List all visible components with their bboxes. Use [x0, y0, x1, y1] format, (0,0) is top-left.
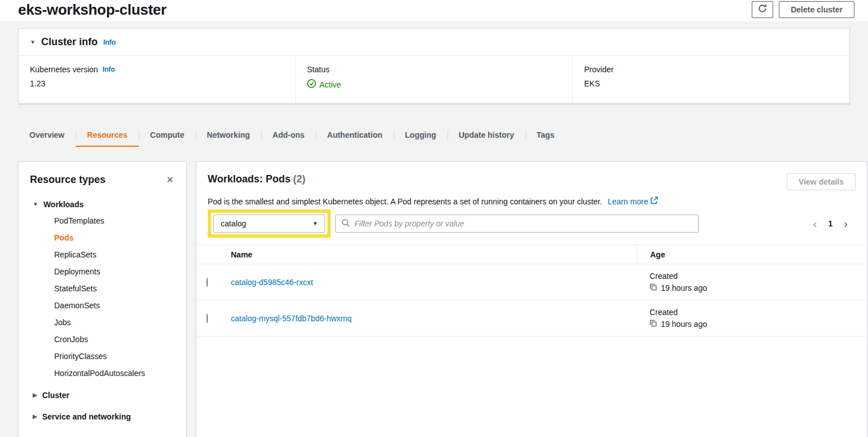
tree-item-jobs[interactable]: Jobs: [54, 314, 176, 331]
pagination: ‹ 1 ›: [813, 218, 856, 229]
copy-icon[interactable]: [650, 283, 657, 292]
cluster-info-info-link[interactable]: Info: [103, 38, 116, 46]
dropdown-caret-icon: ▼: [313, 221, 318, 226]
kubernetes-version-value: 1.23: [30, 79, 284, 88]
pods-panel-title: Workloads: Pods: [208, 173, 291, 185]
cluster-info-body: Kubernetes version Info 1.23 Status Acti…: [19, 56, 849, 103]
page-title: eks-workshop-cluster: [18, 1, 166, 19]
resource-types-panel: Resource types ✕ ▼ Workloads PodTemplate…: [18, 161, 187, 437]
current-page[interactable]: 1: [828, 219, 833, 228]
tree-item-deployments[interactable]: Deployments: [54, 263, 176, 280]
caret-right-icon: ▶: [33, 414, 37, 419]
column-header-name: Name: [231, 250, 637, 259]
pods-panel: Workloads: Pods (2) View details Pod is …: [196, 161, 867, 437]
search-icon: [341, 218, 350, 229]
cluster-info-title: Cluster info: [41, 36, 98, 48]
pods-description: Pod is the smallest and simplest Kuberne…: [208, 196, 602, 207]
pod-age: 19 hours ago: [661, 283, 707, 292]
tab-resources[interactable]: Resources: [76, 123, 139, 147]
tree-group-workloads[interactable]: ▼ Workloads: [30, 196, 176, 212]
tree-item-daemonsets[interactable]: DaemonSets: [54, 297, 176, 314]
tree-item-horizontalpodautoscalers[interactable]: HorizontalPodAutoscalers: [54, 365, 176, 382]
namespace-filter-dropdown[interactable]: catalog ▼: [213, 215, 325, 233]
caret-right-icon: ▶: [33, 392, 37, 398]
provider-value: EKS: [584, 79, 838, 88]
header-actions: Delete cluster: [752, 1, 854, 18]
row-radio[interactable]: [207, 313, 208, 324]
tree-group-service-networking[interactable]: ▶ Service and networking: [30, 409, 176, 425]
table-row: catalog-d5985c46-rxcxt Created 19 hours …: [196, 264, 867, 300]
collapse-caret-icon[interactable]: ▼: [30, 40, 36, 45]
refresh-button[interactable]: [752, 1, 773, 18]
external-link-icon: [650, 196, 658, 207]
pod-name-link[interactable]: catalog-d5985c46-rxcxt: [231, 278, 637, 287]
tab-compute[interactable]: Compute: [139, 123, 196, 147]
status-value: Active: [307, 79, 561, 90]
tab-authentication[interactable]: Authentication: [316, 123, 394, 147]
next-page-icon[interactable]: ›: [844, 218, 848, 229]
tree-item-cronjobs[interactable]: CronJobs: [54, 331, 176, 348]
tab-networking[interactable]: Networking: [196, 123, 261, 147]
tutorial-highlight-box: catalog ▼: [208, 209, 331, 238]
provider-field: Provider EKS: [572, 56, 849, 103]
tab-tags[interactable]: Tags: [525, 123, 566, 147]
tab-overview[interactable]: Overview: [18, 123, 76, 147]
delete-cluster-button[interactable]: Delete cluster: [779, 1, 854, 18]
copy-icon[interactable]: [650, 320, 657, 329]
pod-name-link[interactable]: catalog-mysql-557fdb7bd6-hwxmq: [231, 314, 637, 323]
content-row: Resource types ✕ ▼ Workloads PodTemplate…: [18, 161, 867, 437]
cluster-info-header[interactable]: ▼ Cluster info Info: [19, 29, 849, 56]
tree-item-priorityclasses[interactable]: PriorityClasses: [54, 348, 176, 365]
provider-label: Provider: [584, 65, 838, 74]
table-row: catalog-mysql-557fdb7bd6-hwxmq Created 1…: [196, 300, 867, 337]
tree-group-cluster[interactable]: ▶ Cluster: [30, 387, 176, 403]
previous-page-icon[interactable]: ‹: [813, 218, 817, 229]
view-details-button[interactable]: View details: [787, 173, 856, 190]
page-header: eks-workshop-cluster Delete cluster: [0, 0, 868, 21]
pods-table: Name Age catalog-d5985c46-rxcxt Created: [196, 244, 867, 337]
namespace-filter-value: catalog: [221, 219, 246, 228]
tree-item-replicasets[interactable]: ReplicaSets: [54, 246, 176, 263]
created-label: Created: [650, 272, 867, 281]
tree-item-pods[interactable]: Pods: [54, 229, 176, 246]
kubernetes-version-field: Kubernetes version Info 1.23: [19, 56, 295, 103]
cluster-info-card: ▼ Cluster info Info Kubernetes version I…: [18, 28, 850, 104]
tab-add-ons[interactable]: Add-ons: [261, 123, 316, 147]
row-radio[interactable]: [207, 277, 208, 287]
pods-filter-input[interactable]: [354, 219, 692, 228]
caret-down-icon: ▼: [33, 202, 38, 207]
status-field: Status Active: [295, 56, 572, 103]
column-header-age: Age: [637, 245, 867, 264]
kubernetes-version-info-link[interactable]: Info: [103, 65, 115, 73]
pods-search-box: [335, 215, 699, 233]
pods-count: (2): [293, 173, 305, 185]
resource-tree: ▼ Workloads PodTemplates Pods ReplicaSet…: [30, 196, 176, 425]
status-check-icon: [307, 79, 316, 90]
refresh-icon: [758, 4, 767, 15]
learn-more-link[interactable]: Learn more: [608, 196, 659, 207]
tree-item-podtemplates[interactable]: PodTemplates: [54, 212, 176, 229]
status-text: Active: [319, 80, 341, 89]
resource-types-title: Resource types: [30, 174, 106, 186]
status-label: Status: [307, 65, 561, 74]
tab-logging[interactable]: Logging: [394, 123, 448, 147]
close-icon[interactable]: ✕: [164, 173, 176, 186]
pod-age: 19 hours ago: [661, 320, 707, 329]
tab-update-history[interactable]: Update history: [448, 123, 525, 147]
kubernetes-version-label: Kubernetes version: [30, 65, 98, 74]
created-label: Created: [650, 308, 867, 317]
tree-item-statefulsets[interactable]: StatefulSets: [54, 280, 176, 297]
cluster-tab-bar: Overview Resources Compute Networking Ad…: [18, 123, 868, 147]
